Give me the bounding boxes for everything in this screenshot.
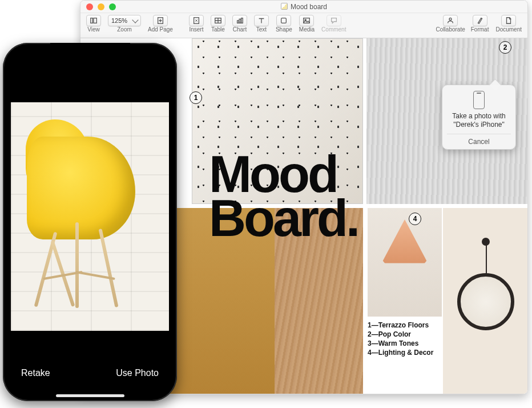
svg-rect-0 xyxy=(91,18,93,23)
comment-icon xyxy=(327,15,341,26)
format-label: Format xyxy=(471,26,489,33)
dash-icon: — xyxy=(372,349,378,357)
legend-row: 4—Lighting & Decor xyxy=(368,349,433,357)
iphone-screen: Retake Use Photo xyxy=(11,51,169,393)
legend-label: Lighting & Decor xyxy=(378,349,434,357)
media-label: Media xyxy=(299,26,315,33)
text-label: Text xyxy=(256,26,267,33)
insert-label: Insert xyxy=(189,26,203,33)
add-page-button[interactable]: Add Page xyxy=(146,15,175,33)
toolbar-mid-group: Insert Table Chart Text Shape Media xyxy=(187,15,349,33)
toolbar-right-group: Format Document xyxy=(469,15,524,33)
insert-button[interactable]: Insert xyxy=(187,15,206,33)
zoom-value: 125% xyxy=(111,17,127,24)
svg-rect-1 xyxy=(94,18,96,23)
badge-4: 4 xyxy=(409,213,421,225)
shape-label: Shape xyxy=(276,26,292,33)
add-page-icon xyxy=(153,15,168,26)
collaborate-button[interactable]: Collaborate xyxy=(434,15,467,33)
legend-label: Warm Tones xyxy=(378,339,419,347)
legend-label: Terrazzo Floors xyxy=(378,321,429,329)
iphone-device: Retake Use Photo xyxy=(3,43,177,401)
legend-num: 2 xyxy=(368,330,372,338)
legend-row: 1—Terrazzo Floors xyxy=(368,321,433,329)
view-icon xyxy=(86,15,101,26)
camera-action-bar: Retake Use Photo xyxy=(11,353,169,393)
legend-label: Pop Color xyxy=(378,330,411,338)
view-button[interactable]: View xyxy=(84,15,103,33)
mirror-shape xyxy=(457,273,514,330)
media-icon xyxy=(299,15,314,26)
chart-label: Chart xyxy=(233,26,247,33)
continuity-camera-popover: Take a photo with "Derek's iPhone" Cance… xyxy=(442,85,516,150)
media-button[interactable]: Media xyxy=(297,15,317,33)
shape-icon xyxy=(276,15,291,26)
iphone-notch xyxy=(50,43,130,58)
comment-label: Comment xyxy=(321,26,346,33)
badge-2: 2 xyxy=(499,41,511,54)
toolbar: View 125% Zoom Add Page Insert xyxy=(80,13,527,38)
mood-board-title[interactable]: Mood Board. xyxy=(209,153,358,240)
legend-row: 3—Warm Tones xyxy=(368,339,433,347)
zoom-dropdown[interactable]: 125% Zoom xyxy=(106,15,143,33)
text-icon xyxy=(254,15,269,26)
svg-point-17 xyxy=(449,18,452,20)
chart-button[interactable]: Chart xyxy=(230,15,249,33)
legend-row: 2—Pop Color xyxy=(368,330,433,338)
table-label: Table xyxy=(211,26,225,33)
dash-icon: — xyxy=(372,339,378,347)
use-photo-button[interactable]: Use Photo xyxy=(116,368,159,378)
toolbar-left-group: View 125% Zoom Add Page xyxy=(84,15,175,33)
svg-rect-15 xyxy=(304,18,310,23)
table-icon xyxy=(211,15,225,26)
text-button[interactable]: Text xyxy=(252,15,271,33)
svg-rect-14 xyxy=(281,18,287,23)
legend-num: 4 xyxy=(368,349,372,357)
svg-rect-11 xyxy=(241,18,243,23)
popover-message: Take a photo with "Derek's iPhone" xyxy=(447,112,511,129)
add-page-label: Add Page xyxy=(148,26,173,33)
retake-button[interactable]: Retake xyxy=(21,368,50,378)
dash-icon: — xyxy=(372,330,378,338)
format-button[interactable]: Format xyxy=(469,15,491,33)
chair-seat xyxy=(27,137,135,239)
chart-icon xyxy=(232,15,247,26)
lamp-shape xyxy=(379,219,430,271)
comment-button[interactable]: Comment xyxy=(319,15,348,33)
legend-num: 3 xyxy=(368,339,372,347)
legend-list: 1—Terrazzo Floors 2—Pop Color 3—Warm Ton… xyxy=(368,320,433,358)
shape-button[interactable]: Shape xyxy=(273,15,295,33)
document-label: Document xyxy=(495,26,522,33)
legend-num: 1 xyxy=(368,321,372,329)
chair-leg xyxy=(75,222,79,308)
badge-1: 1 xyxy=(190,91,202,104)
format-icon xyxy=(473,15,487,26)
document-button[interactable]: Document xyxy=(493,15,524,33)
title-line2: Board. xyxy=(209,190,358,247)
insert-icon xyxy=(189,15,204,26)
document-title: Mood board xyxy=(80,3,527,11)
image-mirror[interactable] xyxy=(443,208,527,394)
camera-preview xyxy=(11,102,169,331)
chair-leg xyxy=(99,229,119,307)
document-icon xyxy=(501,15,516,26)
svg-rect-9 xyxy=(237,21,239,23)
view-label: View xyxy=(87,26,100,33)
collaborate-icon xyxy=(443,15,458,26)
chevron-down-icon xyxy=(132,17,138,23)
cancel-button[interactable]: Cancel xyxy=(447,134,511,146)
dash-icon: — xyxy=(372,321,378,329)
titlebar: Mood board xyxy=(80,1,527,13)
zoom-label: Zoom xyxy=(117,26,132,33)
zoom-value-box: 125% xyxy=(108,15,141,26)
yellow-chair xyxy=(21,119,141,308)
svg-rect-10 xyxy=(239,19,241,23)
table-button[interactable]: Table xyxy=(208,15,228,33)
iphone-icon xyxy=(473,91,485,109)
image-lamp[interactable] xyxy=(368,208,442,317)
collaborate-label: Collaborate xyxy=(436,26,465,33)
